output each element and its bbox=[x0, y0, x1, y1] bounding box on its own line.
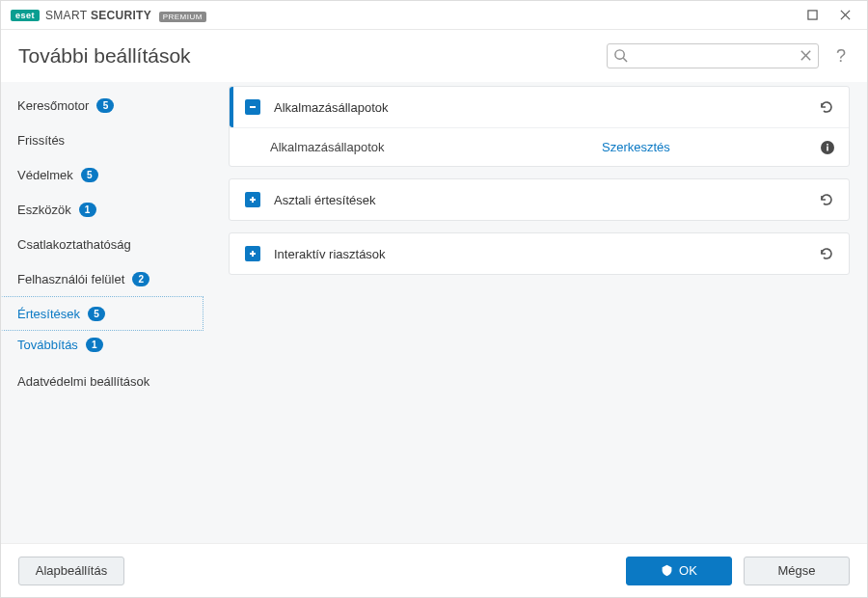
sidebar-item-label: Értesítések bbox=[17, 307, 80, 321]
sidebar-item-label: Eszközök bbox=[17, 203, 71, 217]
footer: Alapbeállítás OK Mégse bbox=[1, 543, 867, 597]
info-icon[interactable] bbox=[820, 140, 835, 155]
search-input[interactable] bbox=[607, 43, 819, 68]
sidebar: Keresőmotor 5 Frissítés Védelmek 5 Eszkö… bbox=[1, 82, 211, 543]
brand: eset SMART SECURITY PREMIUM bbox=[11, 9, 206, 22]
brand-text: SMART SECURITY PREMIUM bbox=[45, 9, 206, 22]
cancel-button[interactable]: Mégse bbox=[744, 557, 850, 585]
sidebar-item-label: Keresőmotor bbox=[17, 98, 89, 113]
titlebar: eset SMART SECURITY PREMIUM bbox=[1, 1, 867, 30]
sidebar-item-label: Csatlakoztathatóság bbox=[17, 237, 131, 252]
sidebar-item-felhasznaloi-felulet[interactable]: Felhasználói felület 2 bbox=[1, 261, 203, 296]
body: Keresőmotor 5 Frissítés Védelmek 5 Eszkö… bbox=[1, 82, 867, 543]
help-button[interactable]: ? bbox=[830, 46, 852, 67]
sidebar-item-adatvedelmi[interactable]: Adatvédelmi beállítások bbox=[1, 364, 203, 398]
page-title: További beállítások bbox=[18, 44, 595, 68]
expand-icon bbox=[245, 192, 260, 207]
badge: 5 bbox=[88, 307, 105, 321]
row-label: Alkalmazásállapotok bbox=[270, 140, 588, 154]
window-maximize-button[interactable] bbox=[796, 2, 828, 29]
sidebar-item-vedelmek[interactable]: Védelmek 5 bbox=[1, 157, 203, 192]
ok-label: OK bbox=[679, 563, 697, 578]
sidebar-item-eszkozok[interactable]: Eszközök 1 bbox=[1, 192, 203, 227]
window-close-button[interactable] bbox=[828, 2, 861, 29]
badge: 5 bbox=[96, 98, 114, 113]
panel-header[interactable]: Alkalmazásállapotok bbox=[230, 87, 849, 127]
clear-search-icon[interactable] bbox=[799, 48, 813, 63]
sidebar-item-label: Frissítés bbox=[17, 133, 65, 148]
panel-title: Interaktív riasztások bbox=[274, 247, 804, 261]
sidebar-item-ertesitesek[interactable]: Értesítések 5 bbox=[1, 296, 203, 331]
panel-header[interactable]: Interaktív riasztások bbox=[230, 233, 849, 274]
sidebar-item-label: Védelmek bbox=[17, 168, 73, 182]
svg-rect-10 bbox=[827, 144, 828, 146]
ok-button[interactable]: OK bbox=[626, 557, 732, 585]
sidebar-item-label: Továbbítás bbox=[17, 338, 78, 352]
svg-point-3 bbox=[615, 50, 624, 59]
panel-alkalmazasallapotok: Alkalmazásállapotok Alkalmazásállapotok … bbox=[229, 86, 850, 167]
main-content: Alkalmazásállapotok Alkalmazásállapotok … bbox=[211, 82, 867, 543]
svg-line-4 bbox=[623, 58, 627, 62]
sidebar-item-csatlakoztathatosag[interactable]: Csatlakoztathatóság bbox=[1, 227, 203, 261]
sidebar-item-label: Adatvédelmi beállítások bbox=[17, 374, 149, 389]
undo-icon[interactable] bbox=[818, 98, 835, 116]
panel-header[interactable]: Asztali értesítések bbox=[230, 179, 849, 220]
panel-row: Alkalmazásállapotok Szerkesztés bbox=[230, 127, 849, 166]
badge: 1 bbox=[79, 203, 96, 217]
search-box bbox=[607, 43, 819, 68]
sidebar-item-keresomotor[interactable]: Keresőmotor 5 bbox=[1, 88, 203, 122]
badge: 1 bbox=[86, 338, 103, 352]
svg-rect-9 bbox=[827, 146, 828, 150]
brand-badge: eset bbox=[11, 10, 40, 21]
undo-icon[interactable] bbox=[818, 191, 835, 208]
svg-rect-0 bbox=[807, 11, 816, 19]
panel-asztali-ertesitesek: Asztali értesítések bbox=[229, 178, 850, 221]
edit-link[interactable]: Szerkesztés bbox=[602, 140, 806, 154]
sidebar-item-frissites[interactable]: Frissítés bbox=[1, 122, 203, 157]
search-icon bbox=[613, 48, 628, 63]
default-button[interactable]: Alapbeállítás bbox=[18, 557, 124, 585]
undo-icon[interactable] bbox=[818, 245, 835, 262]
panel-title: Alkalmazásállapotok bbox=[274, 100, 804, 115]
expand-icon bbox=[245, 246, 260, 261]
badge: 5 bbox=[81, 168, 98, 182]
collapse-icon bbox=[245, 99, 260, 115]
sidebar-item-label: Felhasználói felület bbox=[17, 272, 124, 286]
header-row: További beállítások ? bbox=[1, 30, 867, 82]
panel-interaktiv-riasztasok: Interaktív riasztások bbox=[229, 232, 850, 275]
app-window: eset SMART SECURITY PREMIUM További beál… bbox=[0, 0, 868, 598]
badge: 2 bbox=[132, 272, 149, 286]
panel-title: Asztali értesítések bbox=[274, 193, 804, 207]
sidebar-item-tovabbitas[interactable]: Továbbítás 1 bbox=[1, 331, 203, 358]
